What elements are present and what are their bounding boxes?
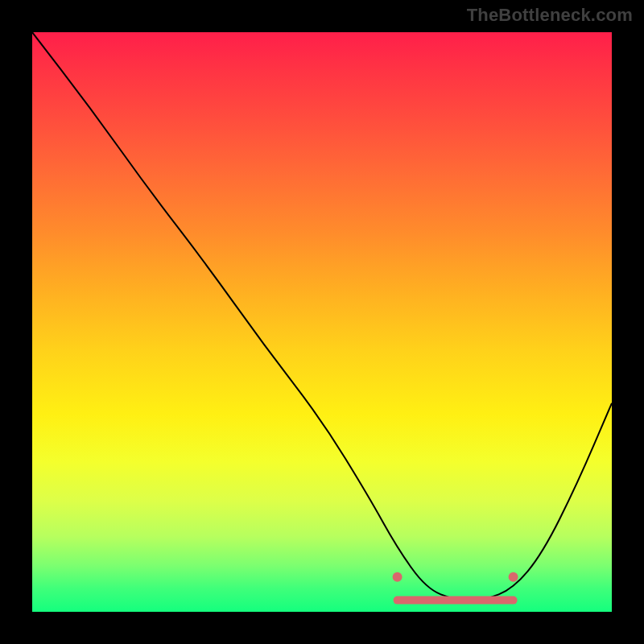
accent-dot-right bbox=[509, 572, 518, 582]
bottleneck-curve bbox=[32, 32, 612, 601]
accent-dot-left bbox=[393, 572, 402, 582]
plot-area bbox=[32, 32, 612, 612]
chart-svg bbox=[32, 32, 612, 612]
watermark-text: TheBottleneck.com bbox=[467, 5, 633, 26]
chart-stage: TheBottleneck.com bbox=[0, 0, 644, 644]
